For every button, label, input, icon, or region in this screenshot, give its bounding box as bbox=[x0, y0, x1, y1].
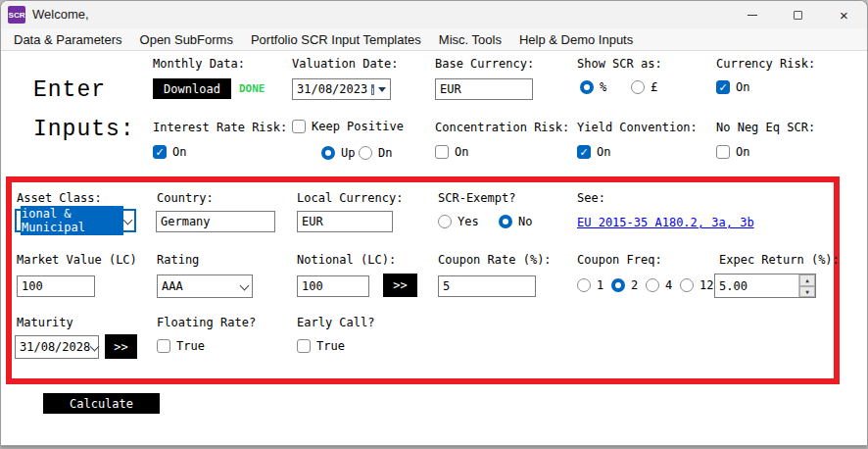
maturity-label: Maturity bbox=[17, 316, 73, 329]
radio-label: £ bbox=[651, 80, 657, 94]
checkbox-icon bbox=[157, 339, 170, 353]
expec-return-spinner[interactable]: 5.00 ▲ ▼ bbox=[714, 274, 816, 298]
radio-icon bbox=[438, 215, 452, 228]
spinner-buttons: ▲ ▼ bbox=[798, 274, 815, 297]
chevron-down-icon bbox=[90, 343, 94, 351]
local-currency-input[interactable] bbox=[297, 211, 393, 232]
market-value-label: Market Value (LC) bbox=[17, 253, 137, 267]
scr-as-percent-radio[interactable]: % bbox=[580, 80, 606, 94]
monthly-data-label: Monthly Data: bbox=[153, 57, 245, 71]
menu-portfolio-scr-templates[interactable]: Portfolio SCR Input Templates bbox=[242, 30, 430, 49]
checkbox-label: True bbox=[316, 339, 345, 353]
scr-exempt-label: SCR-Exempt? bbox=[438, 191, 515, 205]
radio-label: Up bbox=[341, 146, 355, 160]
asset-class-select[interactable]: ional & Municipal bbox=[15, 209, 136, 232]
yield-convention-checkbox[interactable]: On bbox=[577, 145, 610, 159]
country-label: Country: bbox=[157, 191, 214, 205]
heading-inputs: Inputs: bbox=[33, 117, 135, 142]
maximize-icon bbox=[794, 11, 802, 20]
scr-exempt-yes-radio[interactable]: Yes bbox=[438, 215, 479, 228]
concentration-risk-checkbox[interactable]: On bbox=[435, 145, 468, 159]
coupon-rate-label: Coupon Rate (%): bbox=[438, 253, 552, 267]
coupon-freq-2-radio[interactable]: 2 bbox=[611, 278, 638, 292]
menubar: Data & Parameters Open SubForms Portfoli… bbox=[1, 28, 867, 51]
rating-select[interactable]: AAA bbox=[157, 274, 253, 298]
early-call-checkbox[interactable]: True bbox=[297, 339, 345, 353]
menu-misc-tools[interactable]: Misc. Tools bbox=[430, 30, 510, 49]
radio-icon bbox=[611, 278, 625, 292]
checkbox-label: On bbox=[455, 145, 468, 159]
market-value-input[interactable] bbox=[17, 275, 95, 297]
radio-icon bbox=[631, 80, 645, 94]
radio-icon bbox=[499, 215, 512, 228]
floating-rate-label: Floating Rate? bbox=[157, 316, 256, 329]
base-currency-label: Base Currency: bbox=[435, 57, 534, 71]
checkbox-label: True bbox=[176, 339, 205, 353]
menu-open-subforms[interactable]: Open SubForms bbox=[131, 30, 242, 49]
radio-icon bbox=[580, 80, 594, 94]
chevron-down-icon bbox=[240, 282, 248, 290]
checkbox-icon bbox=[153, 145, 167, 159]
dropdown-arrow-icon bbox=[378, 87, 386, 92]
spin-down-button[interactable]: ▼ bbox=[799, 286, 815, 298]
coupon-freq-4-radio[interactable]: 4 bbox=[646, 278, 672, 292]
shock-up-radio[interactable]: Up bbox=[321, 146, 355, 160]
see-label: See: bbox=[577, 191, 605, 205]
calculate-button[interactable]: Calculate bbox=[43, 393, 160, 414]
radio-label: 2 bbox=[631, 278, 638, 292]
radio-label: No bbox=[518, 215, 532, 228]
close-icon: × bbox=[840, 8, 848, 23]
radio-icon bbox=[680, 278, 694, 292]
radio-label: Yes bbox=[458, 215, 479, 228]
menu-help-demo-inputs[interactable]: Help & Demo Inputs bbox=[510, 30, 642, 49]
maturity-select[interactable]: 31/08/2028 bbox=[15, 335, 99, 359]
keep-positive-checkbox[interactable]: Keep Positive bbox=[292, 120, 404, 133]
radio-icon bbox=[577, 278, 591, 292]
no-neg-eq-scr-checkbox[interactable]: On bbox=[716, 145, 749, 159]
asset-class-label: Asset Class: bbox=[17, 191, 102, 205]
checkbox-icon bbox=[292, 120, 306, 133]
scr-as-pound-radio[interactable]: £ bbox=[631, 80, 657, 94]
scr-exempt-no-radio[interactable]: No bbox=[499, 215, 532, 228]
valuation-date-picker[interactable]: 31/08/2023 bbox=[292, 78, 391, 100]
rating-value: AAA bbox=[162, 279, 183, 293]
interest-rate-risk-checkbox[interactable]: On bbox=[153, 145, 186, 159]
currency-risk-checkbox[interactable]: On bbox=[716, 80, 749, 94]
asset-class-value: ional & Municipal bbox=[21, 206, 123, 235]
menu-data-parameters[interactable]: Data & Parameters bbox=[5, 30, 131, 49]
checkbox-label: On bbox=[736, 80, 749, 94]
notional-label: Notional (LC): bbox=[297, 253, 396, 267]
close-button[interactable]: × bbox=[821, 1, 867, 28]
notional-input[interactable] bbox=[297, 275, 369, 297]
maximize-button[interactable] bbox=[775, 1, 821, 28]
show-scr-as-label: Show SCR as: bbox=[577, 57, 662, 71]
maturity-expand-button[interactable]: >> bbox=[105, 334, 137, 359]
checkbox-icon bbox=[716, 80, 730, 94]
notional-expand-button[interactable]: >> bbox=[383, 274, 417, 297]
radio-label: 12 bbox=[699, 278, 713, 292]
shock-dn-radio[interactable]: Dn bbox=[359, 146, 392, 160]
spin-up-button[interactable]: ▲ bbox=[799, 274, 815, 286]
app-icon: SCR bbox=[8, 6, 25, 24]
download-status: DONE bbox=[239, 82, 265, 95]
base-currency-input[interactable] bbox=[435, 78, 533, 100]
valuation-date-label: Valuation Date: bbox=[292, 57, 398, 71]
calendar-icon bbox=[371, 84, 374, 95]
rating-label: Rating bbox=[157, 253, 199, 267]
no-neg-eq-scr-label: No Neg Eq SCR: bbox=[716, 121, 815, 134]
checkbox-label: Keep Positive bbox=[312, 120, 404, 133]
floating-rate-checkbox[interactable]: True bbox=[157, 339, 205, 353]
maturity-value: 31/08/2028 bbox=[20, 340, 90, 354]
radio-label: 4 bbox=[665, 278, 672, 292]
coupon-freq-1-radio[interactable]: 1 bbox=[577, 278, 603, 292]
coupon-rate-input[interactable] bbox=[438, 275, 536, 297]
country-input[interactable] bbox=[156, 211, 275, 232]
checkbox-icon bbox=[435, 145, 449, 159]
download-button[interactable]: Download bbox=[153, 78, 231, 99]
window-title: Welcome, bbox=[32, 7, 89, 22]
regulation-link[interactable]: EU 2015-35 A180.2, 3a, 3b bbox=[577, 216, 754, 229]
checkbox-label: On bbox=[172, 145, 186, 159]
radio-icon bbox=[359, 146, 372, 160]
coupon-freq-12-radio[interactable]: 12 bbox=[680, 278, 713, 292]
minimize-button[interactable] bbox=[729, 1, 775, 28]
